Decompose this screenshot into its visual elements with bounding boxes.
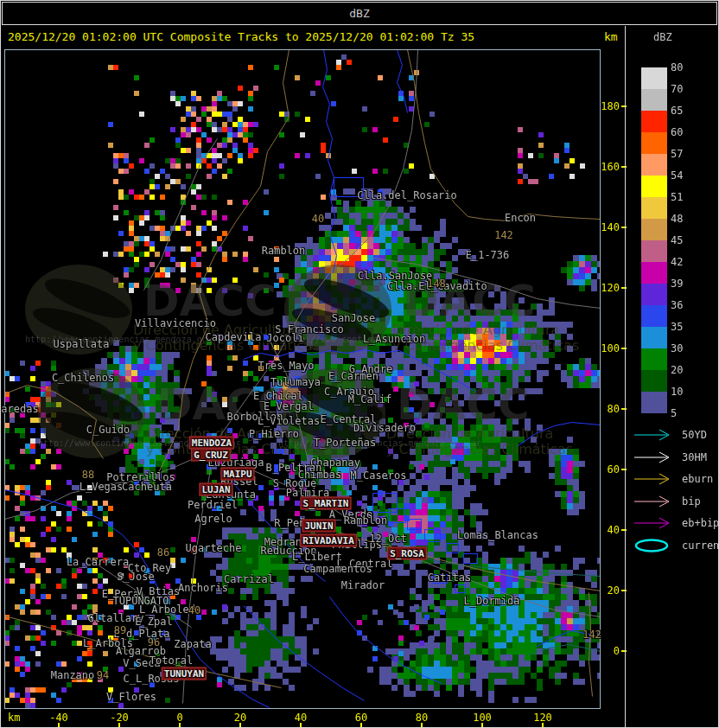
legend-label: 50YD: [682, 429, 707, 441]
colorbar-value: 5: [671, 407, 677, 419]
track-arrow-icon: [633, 472, 678, 486]
x-tick-mark: [300, 723, 302, 727]
colorbar-swatch: [641, 219, 667, 240]
x-axis: km -40-20020406080100120: [1, 710, 625, 727]
x-tick-label: -40: [49, 712, 68, 724]
x-tick-label: 40: [295, 712, 307, 724]
radar-map: Clla.del_RosarioRamblonClla.SanJoseClla.…: [4, 49, 601, 709]
colorbar-swatch: [641, 348, 667, 370]
colorbar-value: 57: [671, 148, 683, 160]
colorbar-value: 65: [671, 105, 683, 117]
colorbar-swatch: [641, 240, 667, 262]
colorbar-swatch: [641, 262, 667, 284]
colorbar-swatch: [641, 284, 667, 305]
x-tick-label: 0: [176, 712, 182, 724]
y-tick-label: 140: [601, 221, 620, 233]
colorbar-swatch: [641, 154, 667, 176]
x-tick-mark: [58, 723, 60, 727]
legend-label: 30HM: [682, 451, 707, 463]
colorbar-swatch: [641, 327, 667, 348]
colorbar-value: 36: [671, 299, 683, 311]
y-tick-label: 100: [601, 342, 620, 354]
x-tick-label: 60: [355, 712, 367, 724]
colorbar-value: 45: [671, 234, 683, 246]
radar-canvas[interactable]: [4, 49, 601, 709]
y-tick-label: 0: [601, 645, 620, 657]
colorbar-swatch: [641, 89, 667, 111]
x-axis-unit-label: km: [8, 712, 20, 724]
legend-item-eb+bip: eb+bip: [633, 516, 717, 530]
colorbar-swatch: [641, 197, 667, 219]
colorbar-swatch: [641, 392, 667, 413]
legend-label: eb+bip: [682, 517, 719, 529]
colorbar-swatch: [641, 111, 667, 132]
y-tick-label: 40: [601, 524, 620, 536]
colorbar-value: 20: [671, 364, 683, 376]
track-arrow-icon: [633, 495, 678, 508]
colorbar-value: 60: [671, 126, 683, 138]
track-arrow-icon: [633, 428, 678, 442]
colorbar-value: 10: [671, 386, 683, 398]
colorbar-value: 80: [671, 61, 683, 73]
colorbar-value: 39: [671, 278, 683, 290]
colorbar-value: 42: [671, 256, 683, 268]
current-cell-icon: [633, 539, 678, 552]
y-tick-label: 60: [601, 463, 620, 476]
x-tick-label: 120: [533, 712, 552, 724]
legend-item-current: current: [633, 539, 717, 552]
legend-item-30HM: 30HM: [633, 450, 717, 464]
x-tick-mark: [118, 723, 120, 727]
legend-item-eburn: eburn: [633, 472, 717, 486]
y-tick-label: 180: [601, 100, 620, 112]
x-tick-label: 100: [473, 712, 492, 724]
colorbar-value: 51: [671, 191, 683, 203]
colorbar-value: 54: [671, 169, 683, 182]
window-title: dBZ: [349, 7, 369, 20]
y-tick-label: 160: [601, 161, 620, 173]
x-tick-label: -20: [110, 712, 129, 724]
map-header: 2025/12/20 01:02:00 UTC Composite Tracks…: [3, 28, 625, 47]
window-titlebar: dBZ: [2, 2, 717, 25]
track-arrow-icon: [633, 450, 678, 464]
colorbar-value: 35: [671, 321, 683, 333]
colorbar-swatch: [641, 305, 667, 327]
y-axis-unit-label: km: [604, 30, 618, 43]
track-arrow-icon: [633, 516, 678, 530]
colorbar-swatch: [641, 67, 667, 89]
x-tick-mark: [360, 723, 362, 727]
x-tick-mark: [421, 723, 423, 727]
map-title: 2025/12/20 01:02:00 UTC Composite Tracks…: [8, 30, 474, 43]
radar-app-window: dBZ 2025/12/20 01:02:00 UTC Composite Tr…: [0, 0, 719, 728]
y-tick-label: 80: [601, 403, 620, 415]
y-tick-label: 20: [601, 584, 620, 597]
y-tick-label: 120: [601, 282, 620, 294]
legend-label: bip: [682, 495, 701, 508]
colorbar-swatch: [641, 370, 667, 392]
legend-item-50YD: 50YD: [633, 428, 717, 442]
y-axis: 180160140120100806040200: [601, 49, 627, 710]
colorbar-panel: dBZ 807065605754514845423936353020105 50…: [626, 26, 718, 727]
x-tick-mark: [542, 723, 544, 727]
x-tick-mark: [179, 723, 181, 727]
colorbar-value: 30: [671, 342, 683, 354]
colorbar-title: dBZ: [653, 31, 672, 43]
colorbar-swatch: [641, 176, 667, 197]
x-tick-mark: [481, 723, 483, 727]
legend-item-bip: bip: [633, 495, 717, 508]
x-tick-label: 80: [416, 712, 428, 724]
colorbar-value: 48: [671, 213, 683, 225]
colorbar-value: 70: [671, 83, 683, 95]
legend-label: current: [682, 540, 719, 552]
x-tick-mark: [239, 723, 241, 727]
x-tick-label: 20: [234, 712, 246, 724]
legend-label: eburn: [682, 473, 713, 485]
colorbar-swatch: [641, 132, 667, 154]
